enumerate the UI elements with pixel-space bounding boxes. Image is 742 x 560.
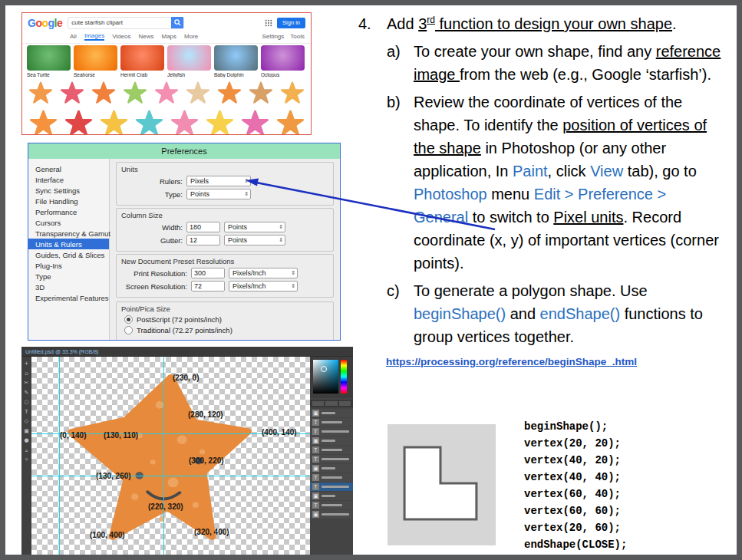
prefs-sidebar-item[interactable]: General [28,163,109,174]
prefs-sidebar-item[interactable]: Cursors [28,217,109,228]
layer-row[interactable]: T [310,446,353,454]
prefs-sidebar-item[interactable]: Type [28,271,109,282]
starfish-thumbnail[interactable] [133,108,165,135]
prefs-sidebar-item[interactable]: Plug-Ins [28,260,109,271]
starfish-thumbnail[interactable] [90,81,118,105]
layer-row[interactable]: T [310,418,353,427]
marquee-tool[interactable]: ▫ [25,371,28,377]
google-tab-settings[interactable]: Settings [262,33,284,40]
starfish-thumbnail[interactable] [203,108,236,135]
starfish-thumbnail[interactable] [27,81,55,105]
print-resolution-input[interactable]: 300 [191,268,225,278]
prefs-sidebar-item[interactable]: Units & Rulers [28,239,109,249]
layer-row[interactable]: T [310,473,353,482]
print-resolution-unit-dropdown[interactable]: Pixels/Inch⇕ [229,268,298,278]
move-tool[interactable]: + [25,361,29,367]
layer-row[interactable]: ▣ [310,436,353,445]
width-input[interactable]: 180 [186,222,220,232]
prefs-sidebar-item[interactable]: Performance [28,206,109,217]
zoom-out-tool[interactable]: ▿ [25,456,28,463]
starfish-thumbnail[interactable] [278,81,306,105]
prefs-sidebar-item[interactable]: Transparency & Gamut [28,228,109,239]
layer-row[interactable]: T [310,483,353,491]
brush-tool[interactable]: ● [24,437,28,443]
starfish-thumbnail[interactable] [62,108,94,135]
screen-resolution-input[interactable]: 72 [191,281,225,292]
panel-tab[interactable] [325,401,337,406]
prefs-sidebar-item[interactable]: Sync Settings [28,185,109,196]
starfish-thumbnail[interactable] [274,108,306,135]
google-tab-more[interactable]: More [184,33,198,40]
related-result[interactable]: Baby Dolphin [214,45,258,77]
width-unit-dropdown[interactable]: Points⇕ [224,222,285,232]
gutter-input[interactable]: 12 [186,235,220,245]
layer-row[interactable]: T [310,427,353,436]
layer-row[interactable]: ▣ [310,510,353,519]
related-result[interactable]: Hermit Crab [120,45,164,77]
prefs-sidebar-item[interactable]: Guides, Grid & Slices [28,249,109,260]
gutter-unit-dropdown[interactable]: Points⇕ [224,235,285,245]
related-result[interactable]: Octopus [261,45,305,77]
item-a-text: To create your own shape, find any refer… [414,40,722,86]
prefs-sidebar-item[interactable]: File Handling [28,196,109,206]
google-tab-news[interactable]: News [138,33,153,40]
google-tab-videos[interactable]: Videos [112,33,130,40]
related-thumbnail [120,45,164,71]
starfish-thumbnail[interactable] [168,108,200,135]
zoom-in-tool[interactable]: ▵ [25,447,28,453]
starfish-thumbnail[interactable] [58,81,87,105]
layer-row[interactable]: ▣ [310,464,353,473]
color-picker-field[interactable] [313,360,338,394]
prefs-sidebar-item[interactable]: Interface [28,174,109,185]
processing-reference-link[interactable]: https://processing.org/reference/beginSh… [386,354,736,370]
starfish-thumbnail[interactable] [97,108,130,135]
panel-tab[interactable] [312,401,324,406]
group-title: New Document Preset Resolutions [121,257,328,265]
pen-tool[interactable]: ✎ [25,390,29,396]
point-pica-group: Point/Pica Size PostScript (72 points/in… [116,301,334,341]
related-result[interactable]: Seahorse [74,45,117,77]
google-tab-maps[interactable]: Maps [161,33,176,40]
google-tab-all[interactable]: All [70,33,77,40]
related-label: Jellyfish [167,72,211,77]
type-tool[interactable]: T [25,409,28,415]
photoshop-canvas[interactable]: (230, 0) (0, 140) (130, 110) (280, 120) … [31,357,310,555]
starfish-thumbnail[interactable] [153,81,181,105]
prefs-sidebar-item[interactable]: Experimental Features [28,292,109,303]
apps-grid-icon[interactable] [265,19,272,27]
list-letter-a: a) [387,40,414,86]
related-result[interactable]: Jellyfish [167,45,211,77]
crop-tool[interactable]: ▣ [24,428,29,434]
type-dropdown[interactable]: Points⇕ [186,189,251,199]
search-input[interactable]: cute starfish clipart [68,17,184,29]
layer-row[interactable]: T [310,455,353,463]
google-tabs-right: SettingsTools [262,33,305,40]
layer-row[interactable]: T [310,501,353,509]
panel-tab[interactable] [339,401,351,406]
search-button[interactable] [171,17,183,28]
sign-in-button[interactable]: Sign in [277,18,305,28]
related-result[interactable]: Sea Turtle [27,45,71,77]
lasso-tool[interactable]: ✂ [25,380,29,386]
starfish-thumbnail[interactable] [27,108,59,135]
starfish-thumbnail[interactable] [239,108,271,135]
traditional-radio[interactable] [124,326,133,334]
prefs-sidebar-item[interactable]: 3D [28,282,109,292]
google-tab-tools[interactable]: Tools [290,33,305,40]
starfish-thumbnail[interactable] [215,81,243,105]
screen-resolution-unit-dropdown[interactable]: Pixels/Inch⇕ [229,281,298,292]
layer-row[interactable]: ▣ [310,409,353,417]
dialog-titlebar[interactable]: Preferences [28,143,340,159]
layer-row[interactable]: ▣ [310,492,353,500]
layer-icon: ▣ [312,465,319,472]
postscript-radio[interactable] [124,315,133,324]
google-tab-images[interactable]: Images [84,32,104,41]
starfish-thumbnail[interactable] [121,81,150,105]
hue-slider[interactable] [341,360,347,394]
starfish-thumbnail[interactable] [183,81,212,105]
coordinate-label: (400, 140) [262,428,297,436]
rulers-dropdown[interactable]: Pixels⇕ [186,176,251,186]
shape-tool[interactable]: ◇ [25,418,28,424]
starfish-thumbnail[interactable] [246,81,275,105]
eyedropper-tool[interactable]: ○ [24,399,28,405]
